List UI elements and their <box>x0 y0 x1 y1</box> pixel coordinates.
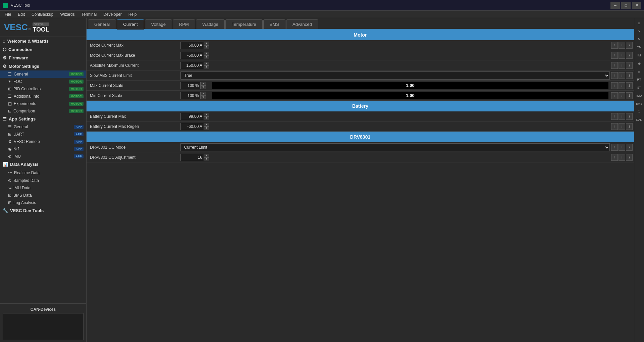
motor-current-max-brake-down[interactable]: ▼ <box>204 55 209 59</box>
battery-current-max-regen-upload[interactable]: ↑ <box>611 123 618 130</box>
min-current-scale-up[interactable]: ▲ <box>201 92 206 96</box>
menu-item-terminal[interactable]: Terminal <box>78 11 100 17</box>
absolute-max-current-input[interactable] <box>180 62 204 69</box>
right-icon-close[interactable]: ✕ <box>635 28 644 35</box>
drv8301-oc-mode-upload[interactable]: ↑ <box>611 144 618 151</box>
slow-abs-current-select[interactable]: True False <box>180 71 610 80</box>
drv8301-oc-mode-info[interactable]: ℹ <box>626 144 633 151</box>
drv8301-oc-mode-download[interactable]: ↓ <box>619 144 625 151</box>
max-current-scale-info[interactable]: ℹ <box>626 82 633 89</box>
battery-current-max-upload[interactable]: ↑ <box>611 113 618 120</box>
tab-bms[interactable]: BMS <box>263 19 285 29</box>
battery-current-max-spinner[interactable]: ▲ ▼ <box>180 113 209 120</box>
sidebar-group-dev-tools[interactable]: 🔧 VESC Dev Tools <box>0 206 86 215</box>
motor-current-max-download[interactable]: ↓ <box>619 42 625 49</box>
sidebar-group-motor[interactable]: ⚙ Motor Settings <box>0 62 86 70</box>
minimize-button[interactable]: ─ <box>610 2 620 9</box>
sidebar-item-realtime-data[interactable]: 〜 Realtime Data <box>0 168 86 177</box>
sidebar-item-nrf[interactable]: ◉ Nrf APP <box>0 145 86 153</box>
sidebar-group-connection[interactable]: ⬡ Connection <box>0 45 86 54</box>
motor-current-max-brake-spinner[interactable]: ▲ ▼ <box>180 52 209 59</box>
sidebar-item-foc[interactable]: ✶ FOC MOTOR <box>0 78 86 85</box>
max-current-scale-download[interactable]: ↓ <box>619 82 625 89</box>
battery-current-max-regen-up[interactable]: ▲ <box>204 123 209 127</box>
min-current-scale-down[interactable]: ▼ <box>201 96 206 99</box>
battery-current-max-regen-down[interactable]: ▼ <box>204 127 209 130</box>
motor-current-max-down[interactable]: ▼ <box>204 45 209 49</box>
battery-current-max-regen-info[interactable]: ℹ <box>626 123 633 130</box>
right-icon-rt[interactable]: RT <box>635 76 644 83</box>
drv8301-oc-adjustment-download[interactable]: ↓ <box>619 154 625 161</box>
sidebar-item-uart[interactable]: ⊞ UART APP <box>0 131 86 138</box>
tab-current[interactable]: Current <box>117 19 144 30</box>
menu-item-file[interactable]: File <box>1 11 14 17</box>
battery-current-max-info[interactable]: ℹ <box>626 113 633 120</box>
right-icon-infinity[interactable]: ∞ <box>635 68 644 75</box>
sidebar-group-firmware[interactable]: ⚙ Firmware <box>0 54 86 62</box>
battery-current-max-regen-download[interactable]: ↓ <box>619 123 625 130</box>
sidebar-item-pid[interactable]: ⊞ PID Controllers MOTOR <box>0 85 86 93</box>
drv8301-oc-adjustment-up[interactable]: ▲ <box>204 154 209 157</box>
tab-temperature[interactable]: Temperature <box>225 19 263 29</box>
right-icon-st[interactable]: ST <box>635 84 644 91</box>
drv8301-oc-mode-select[interactable]: Current Limit Latch Shutdown Report Only… <box>180 143 610 151</box>
max-current-scale-down[interactable]: ▼ <box>201 86 206 89</box>
motor-current-max-brake-upload[interactable]: ↑ <box>611 52 618 59</box>
motor-current-max-brake-info[interactable]: ℹ <box>626 52 633 59</box>
max-current-scale-input[interactable] <box>180 82 201 89</box>
motor-current-max-info[interactable]: ℹ <box>626 42 633 49</box>
tab-rpm[interactable]: RPM <box>173 19 195 29</box>
right-icon-m[interactable]: M <box>635 36 644 43</box>
battery-current-max-up[interactable]: ▲ <box>204 113 209 116</box>
motor-current-max-input[interactable] <box>180 42 204 49</box>
motor-current-max-spinner[interactable]: ▲ ▼ <box>180 42 209 49</box>
menu-item-wizards[interactable]: Wizards <box>57 11 78 17</box>
absolute-max-current-upload[interactable]: ↑ <box>611 62 618 69</box>
right-icon-bms[interactable]: BMS <box>635 100 644 107</box>
absolute-max-current-spinner[interactable]: ▲ ▼ <box>180 62 209 69</box>
motor-current-max-brake-download[interactable]: ↓ <box>619 52 625 59</box>
min-current-scale-spinner[interactable]: ▲ ▼ <box>180 92 206 99</box>
menu-item-help[interactable]: Help <box>125 11 140 17</box>
min-current-scale-input[interactable] <box>180 92 201 99</box>
battery-current-max-regen-spinner[interactable]: ▲ ▼ <box>180 123 209 130</box>
tab-general[interactable]: General <box>88 19 116 29</box>
battery-current-max-down[interactable]: ▼ <box>204 116 209 120</box>
sidebar-group-app[interactable]: ☰ App Settings <box>0 115 86 123</box>
right-icon-cm[interactable]: CM <box>635 44 644 51</box>
sidebar-group-data-analysis[interactable]: 📊 Data Analysis <box>0 160 86 168</box>
sidebar-item-log-analysis[interactable]: ⊞ Log Analysis <box>0 199 86 206</box>
sidebar-item-imu[interactable]: ⊛ IMU APP <box>0 153 86 160</box>
drv8301-oc-adjustment-upload[interactable]: ↑ <box>611 154 618 161</box>
right-icon-imu[interactable]: IMU <box>635 92 644 99</box>
min-current-scale-info[interactable]: ℹ <box>626 92 633 99</box>
absolute-max-current-info[interactable]: ℹ <box>626 62 633 69</box>
min-current-scale-download[interactable]: ↓ <box>619 92 625 99</box>
max-current-scale-upload[interactable]: ↑ <box>611 82 618 89</box>
right-icon-im[interactable]: IM <box>635 52 644 59</box>
motor-current-max-brake-input[interactable] <box>180 52 204 59</box>
drv8301-oc-adjustment-down[interactable]: ▼ <box>204 157 209 161</box>
right-icon-menu[interactable]: ≡ <box>635 19 644 27</box>
menu-item-developer[interactable]: Developer <box>100 11 125 17</box>
close-button[interactable]: ✕ <box>632 2 641 9</box>
sidebar-item-imu-data[interactable]: ↝ IMU Data <box>0 184 86 192</box>
motor-current-max-up[interactable]: ▲ <box>204 42 209 45</box>
battery-current-max-input[interactable] <box>180 113 204 120</box>
sidebar-item-bms-data[interactable]: ⊡ BMS Data <box>0 192 86 199</box>
sidebar-item-experiments[interactable]: ◫ Experiments MOTOR <box>0 100 86 107</box>
tab-wattage[interactable]: Wattage <box>196 19 225 29</box>
slow-abs-current-download[interactable]: ↓ <box>619 72 625 79</box>
max-current-scale-up[interactable]: ▲ <box>201 82 206 86</box>
sidebar-item-app-general[interactable]: ☰ General APP <box>0 123 86 131</box>
right-icon-can[interactable]: CAN <box>635 116 644 124</box>
motor-current-max-upload[interactable]: ↑ <box>611 42 618 49</box>
sidebar-item-sampled-data[interactable]: ⊙ Sampled Data <box>0 177 86 184</box>
slow-abs-current-upload[interactable]: ↑ <box>611 72 618 79</box>
right-icon-plus[interactable]: ⊕ <box>635 60 644 67</box>
min-current-scale-upload[interactable]: ↑ <box>611 92 618 99</box>
drv8301-oc-adjustment-info[interactable]: ℹ <box>626 154 633 161</box>
maximize-button[interactable]: □ <box>621 2 631 9</box>
sidebar-item-vesc-remote[interactable]: ⚙ VESC Remote APP <box>0 138 86 145</box>
absolute-max-current-up[interactable]: ▲ <box>204 62 209 65</box>
